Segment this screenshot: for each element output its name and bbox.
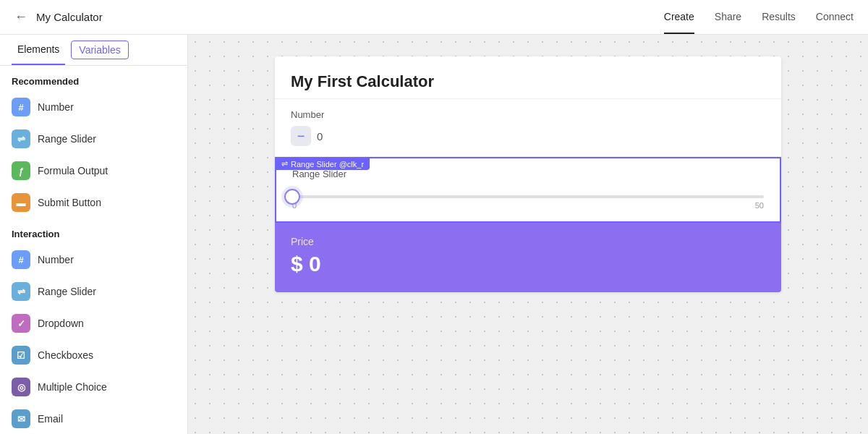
slider-track — [292, 195, 764, 198]
sidebar-section-recommended: Recommended # Number ⇌ Range Slider ƒ Fo… — [0, 66, 187, 218]
submit-icon: ▬ — [12, 193, 30, 212]
back-button[interactable]: ← — [14, 9, 27, 25]
int-dropdown-label: Dropdown — [38, 318, 84, 329]
tab-results[interactable]: Results — [762, 1, 796, 34]
number-minus-button[interactable]: − — [291, 126, 311, 146]
multichoice-icon: ◎ — [12, 378, 30, 396]
calculator-title: My First Calculator — [275, 56, 781, 99]
sidebar-item-int-number[interactable]: # Number — [0, 244, 187, 276]
range-slider-label: Range Slider — [292, 169, 764, 179]
sidebar-item-int-email[interactable]: ✉ Email — [0, 403, 187, 434]
price-value: $ 0 — [291, 252, 765, 276]
section-title-interaction: Interaction — [0, 218, 187, 244]
sidebar-item-int-dropdown[interactable]: ✓ Dropdown — [0, 307, 187, 339]
sidebar-item-rec-formula[interactable]: ƒ Formula Output — [0, 155, 187, 187]
sidebar-item-rec-submit[interactable]: ▬ Submit Button — [0, 187, 187, 218]
price-output: Price $ 0 — [275, 223, 781, 292]
int-number-label: Number — [38, 254, 74, 265]
sidebar-section-interaction: Interaction # Number ⇌ Range Slider ✓ Dr… — [0, 218, 187, 434]
canvas-area: My First Calculator Number − 0 ⇌ Range S… — [188, 35, 868, 434]
tab-share[interactable]: Share — [715, 1, 741, 34]
main-layout: Elements Variables Recommended # Number … — [0, 35, 868, 434]
sidebar-item-int-checkbox[interactable]: ☑ Checkboxes — [0, 339, 187, 371]
checkbox-icon: ☑ — [12, 346, 30, 365]
calculator-card: My First Calculator Number − 0 ⇌ Range S… — [275, 56, 781, 292]
range-slider-tag-label: Range Slider @clk_r — [291, 160, 364, 169]
app-title: My Calculator — [36, 11, 103, 23]
nav-tabs: Create Share Results Connect — [664, 1, 854, 34]
sidebar: Elements Variables Recommended # Number … — [0, 35, 188, 434]
email-icon: ✉ — [12, 409, 30, 428]
dropdown-icon: ✓ — [12, 314, 30, 333]
int-hash-icon: # — [12, 250, 30, 269]
sidebar-item-rec-range[interactable]: ⇌ Range Slider — [0, 123, 187, 155]
sidebar-item-rec-number[interactable]: # Number — [0, 91, 187, 123]
int-slider-icon: ⇌ — [12, 282, 30, 301]
rec-number-label: Number — [38, 101, 74, 113]
sidebar-item-int-multi[interactable]: ◎ Multiple Choice — [0, 371, 187, 403]
sidebar-item-int-range[interactable]: ⇌ Range Slider — [0, 276, 187, 307]
slider-track-container: 0 50 — [292, 190, 764, 210]
formula-icon: ƒ — [12, 161, 30, 180]
int-checkbox-label: Checkboxes — [38, 349, 93, 361]
hash-icon: # — [12, 98, 30, 116]
price-label: Price — [291, 236, 765, 247]
int-range-label: Range Slider — [38, 286, 96, 297]
section-title-recommended: Recommended — [0, 66, 187, 91]
rec-formula-label: Formula Output — [38, 165, 108, 176]
number-field: Number − 0 — [275, 99, 781, 157]
tab-connect[interactable]: Connect — [816, 1, 854, 34]
slider-labels: 0 50 — [292, 201, 764, 210]
slider-thumb[interactable] — [284, 189, 300, 205]
number-value: 0 — [317, 130, 323, 142]
tab-create[interactable]: Create — [664, 1, 694, 34]
tab-elements[interactable]: Elements — [12, 35, 65, 65]
tab-variables[interactable]: Variables — [71, 41, 128, 59]
slider-max-label: 50 — [755, 201, 764, 210]
number-input-row: − 0 — [291, 126, 765, 146]
top-nav: ← My Calculator Create Share Results Con… — [0, 0, 868, 35]
rec-submit-label: Submit Button — [38, 197, 101, 208]
range-slider-tag: ⇌ Range Slider @clk_r — [276, 158, 370, 170]
range-slider-section: ⇌ Range Slider @clk_r Range Slider 0 50 — [275, 157, 781, 223]
slider-icon: ⇌ — [12, 129, 30, 148]
sidebar-tabs: Elements Variables — [0, 35, 187, 66]
int-email-label: Email — [38, 413, 63, 425]
number-field-label: Number — [291, 109, 765, 120]
int-multi-label: Multiple Choice — [38, 381, 107, 393]
rec-range-label: Range Slider — [38, 133, 96, 145]
